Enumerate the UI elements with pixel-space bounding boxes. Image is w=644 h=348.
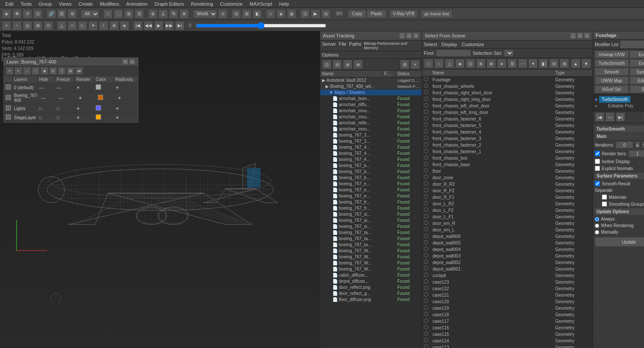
stack-nav-1[interactable]: |◀ (595, 112, 604, 122)
layer-panel-help-btn[interactable]: ? (122, 59, 128, 65)
scene-find-input[interactable] (436, 50, 471, 57)
asset-item-vault[interactable]: ▶ Autodesk Vault 2012 Logged Out ( (320, 77, 422, 84)
ts-render-iters-checkbox[interactable] (595, 151, 600, 156)
select-tool-btn[interactable]: ◈ (2, 9, 11, 19)
window-crossing-btn[interactable]: ⊞ (124, 9, 134, 19)
asset-file-item[interactable]: 📄 boeing_767_W... Found (320, 260, 422, 266)
scene-list-item[interactable]: door_R_F1 Geometry (422, 194, 593, 201)
scene-list-item[interactable]: case117 Geometry (422, 318, 593, 325)
unwrap-uvw-btn[interactable]: Unwrap UVW (595, 50, 629, 58)
scene-list-item[interactable]: front_chassis_right_long_door Geometry (422, 96, 593, 103)
asset-file-item[interactable]: 📄 boeing_767_fr... Found (320, 199, 422, 205)
layer-radiosity-2[interactable]: ☀ (114, 105, 138, 112)
scene-list-item[interactable]: door_R_R2 Geometry (422, 181, 593, 187)
layer-color-2[interactable] (96, 105, 101, 110)
scale-tool-btn[interactable]: ⊡ (33, 9, 43, 19)
asset-sub-options[interactable]: Options (322, 52, 339, 57)
ts-always-radio[interactable] (595, 217, 599, 221)
asset-tb-2[interactable]: ⊟ (332, 60, 342, 69)
snap-toggle-btn[interactable]: ⊕ (148, 9, 158, 19)
lp-add-selected-btn[interactable]: ↓ (23, 67, 31, 75)
asset-file-item[interactable]: 📄 cabin_diffuse... Found (320, 272, 422, 278)
scene-list-item[interactable]: depot_wall001 Geometry (422, 266, 593, 272)
asset-file-item[interactable]: 📄 boeing_767_fr... Found (320, 205, 422, 211)
scene-list-item[interactable]: depot_wall005 Geometry (422, 240, 593, 246)
scene-list-item[interactable]: case113 Geometry (422, 344, 593, 348)
scene-list-item[interactable]: door_R_F2 Geometry (422, 187, 593, 194)
layer-freeze-1[interactable]: — (57, 95, 77, 101)
stack-nav-2[interactable]: — (605, 112, 615, 122)
smooth-btn[interactable]: Smooth (595, 68, 629, 76)
asset-tb-3[interactable]: ⊕ (343, 60, 352, 69)
scene-icon-12[interactable]: ◧ (539, 59, 548, 68)
modifier-list-dropdown[interactable] (620, 40, 644, 48)
asset-file-item[interactable]: 📄 armchair_mou... Found (320, 126, 422, 132)
asset-tb-4[interactable]: ⊗ (353, 60, 363, 69)
tb2-btn-4[interactable]: ⊞ (33, 21, 43, 30)
uvw-map-btn[interactable]: UWW Map (595, 77, 629, 84)
scene-list-item[interactable]: door_em_R Geometry (422, 220, 593, 227)
menu-item-modifiers[interactable]: Modifiers (96, 1, 123, 7)
scene-icon-scroll-down[interactable]: ▼ (581, 59, 591, 68)
menu-item-animation[interactable]: Animation (123, 1, 151, 7)
asset-file-item[interactable]: 📄 boeing_767_ta... Found (320, 230, 422, 236)
asset-minimize-btn[interactable]: _ (399, 33, 405, 39)
select-object-btn[interactable]: □ (103, 9, 113, 19)
scene-list-item[interactable]: case119 Geometry (422, 305, 593, 311)
scene-icon-6[interactable]: ⊕ (476, 59, 486, 68)
lp-highlight-btn[interactable]: ◈ (40, 67, 48, 75)
extrude2-btn[interactable]: Extrude (630, 59, 644, 67)
tb2-btn-6[interactable]: △ (57, 21, 67, 30)
scene-icon-3[interactable]: △ (445, 59, 454, 68)
ge-scene-stat-button[interactable]: ge Scene Stat (421, 10, 452, 18)
asset-file-item[interactable]: 📄 boeing_767_W... Found (320, 248, 422, 254)
asset-file-item[interactable]: 📄 boeing_767_b... Found (320, 175, 422, 181)
asset-file-item[interactable]: 📄 armchair_mou... Found (320, 114, 422, 120)
tb2-btn-11[interactable]: ⊕ (109, 21, 119, 30)
asset-file-item[interactable]: 📄 boeing_767_3... Found (320, 138, 422, 144)
layer-name-1[interactable]: Boeing_767-400 (13, 92, 40, 104)
scene-list-item[interactable]: case123 Geometry (422, 279, 593, 285)
tb2-btn-3[interactable]: ◎ (23, 21, 32, 30)
layer-freeze-0[interactable]: — (55, 84, 75, 91)
extrude1-btn[interactable]: Extrude (630, 50, 644, 58)
tb2-btn-10[interactable]: ↕ (99, 21, 108, 30)
asset-file-item[interactable]: 📄 door_reflect.png Found (320, 284, 422, 291)
ts-iterations-down[interactable]: ▼ (642, 141, 644, 148)
scene-icon-scroll-up[interactable]: ▲ (571, 59, 580, 68)
scene-list-item[interactable]: door_L_F2 Geometry (422, 207, 593, 214)
ts-manually-radio[interactable] (595, 230, 599, 234)
asset-file-item[interactable]: 📄 boeing_767_ta... Found (320, 242, 422, 248)
tb2-btn-12[interactable]: ◈ (120, 21, 129, 30)
tb2-anim-2[interactable]: ◀◀ (144, 21, 153, 30)
menu-item-maxscript[interactable]: MAXScript (246, 1, 276, 7)
render-setup-btn[interactable]: ⊡ (300, 9, 310, 19)
lp-delete-btn[interactable]: × (14, 67, 22, 75)
timeline-slider[interactable] (196, 23, 326, 29)
scene-list-item[interactable]: case118 Geometry (422, 311, 593, 318)
layer-freeze-2[interactable]: □ (55, 105, 75, 112)
lp-merge-btn[interactable]: ⊞ (67, 67, 74, 75)
layer-color-3[interactable] (96, 114, 101, 120)
nsurf-sel-btn[interactable]: NSurf Sel (595, 85, 629, 93)
layer-hide-0[interactable]: — (38, 84, 55, 91)
menu-item-create[interactable]: Create (75, 1, 96, 7)
align-btn[interactable]: ⊞ (242, 9, 252, 19)
selection-filter-dropdown[interactable]: All (81, 10, 99, 18)
unlink-btn[interactable]: ⛓ (57, 9, 67, 19)
ts-explicit-checkbox[interactable] (595, 166, 600, 171)
asset-file-item[interactable]: 📄 boeing_767_ta... Found (320, 236, 422, 242)
asset-file-item[interactable]: 📄 boeing_767_3... Found (320, 132, 422, 138)
ts-iterations-input[interactable] (616, 141, 633, 148)
scene-icon-10[interactable]: ⋯ (518, 59, 527, 68)
lp-create-btn[interactable]: + (6, 67, 13, 75)
tb2-anim-4[interactable]: ▶▶ (164, 21, 174, 30)
asset-file-item[interactable]: 📄 boeing_767_b... Found (320, 163, 422, 169)
ts-render-iters-input[interactable] (629, 150, 644, 157)
asset-item-boeing[interactable]: ▶ Boeing_767_400_wit... Network Path (320, 84, 422, 90)
asset-file-item[interactable]: 📄 armchair_diffu... Found (320, 102, 422, 108)
scene-list-item[interactable]: Fuselage Geometry (422, 77, 593, 83)
scene-list-item[interactable]: front_chassis_fastener_1 Geometry (422, 148, 593, 155)
asset-file-item[interactable]: 📄 depot_diffuse... Found (320, 278, 422, 284)
layer-render-0[interactable]: ☀ (75, 84, 94, 91)
